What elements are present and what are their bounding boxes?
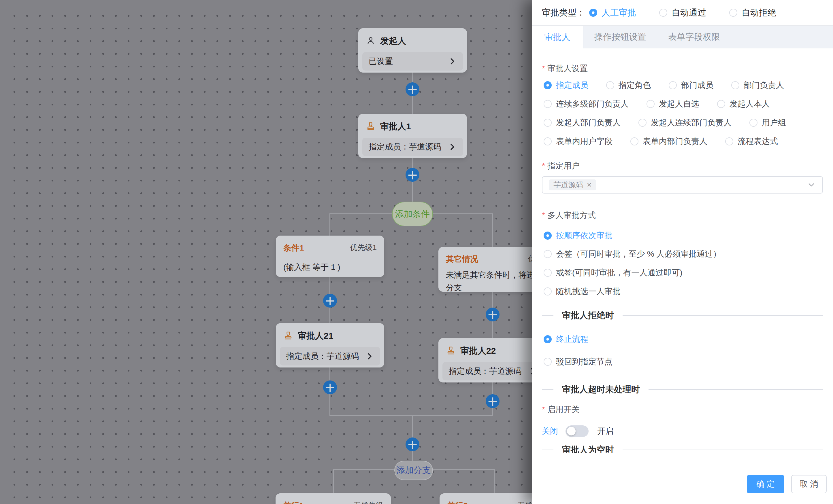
enable-toggle[interactable] [566,425,589,437]
approver-setting-row: 发起人部门负责人 发起人连续部门负责人 用户组 [542,117,823,128]
radio-icon [638,119,646,127]
radio-icon [544,100,552,108]
connector-line [492,214,493,247]
radio-assign-role[interactable]: 指定角色 [606,80,651,91]
radio-dept-member[interactable]: 部门成员 [669,80,713,91]
node-content: 指定成员：芋道源码 [286,351,359,362]
radio-orsign[interactable]: 或签(可同时审批，有一人通过即可) [544,267,683,278]
node-content-row[interactable]: 指定成员：芋道源码 [280,347,380,366]
radio-terminate-process[interactable]: 终止流程 [544,334,588,345]
confirm-button[interactable]: 确 定 [747,475,784,493]
radio-initiator-dept-leader[interactable]: 发起人部门负责人 [544,117,621,128]
tab-action-buttons[interactable]: 操作按钮设置 [584,26,657,48]
add-node-button[interactable]: + [406,437,420,451]
multi-approve-row: 或签(可同时审批，有一人通过即可) [542,267,823,278]
add-node-button[interactable]: + [323,294,337,308]
node-start[interactable]: 发起人 已设置 [358,28,467,73]
add-condition-button[interactable]: 添加条件 [392,202,433,226]
connector-line [330,214,330,235]
radio-icon [630,137,638,146]
radio-icon [669,81,677,89]
tab-approver[interactable]: 审批人 [532,26,583,48]
radio-icon [606,81,614,89]
stamp-icon [446,346,456,356]
stamp-icon [283,331,293,342]
tag-close-icon[interactable]: × [587,181,592,189]
radio-random-one[interactable]: 随机挑选一人审批 [544,286,621,297]
radio-initiator-multi-dept-leader[interactable]: 发起人连续部门负责人 [638,117,732,128]
radio-user-group[interactable]: 用户组 [749,117,786,128]
add-node-button[interactable]: + [323,380,337,394]
tab-form-permissions[interactable]: 表单字段权限 [657,26,731,48]
node-content-row[interactable]: 已设置 [362,52,463,71]
divider-line [623,315,823,316]
multi-approve-row: 会签（可同时审批，至少 % 人必须审批通过） [542,248,823,260]
radio-auto-reject[interactable]: 自动拒绝 [729,7,776,19]
add-node-button[interactable]: + [406,82,420,96]
node-content-row[interactable]: 指定成员：芋道源码 [362,138,463,156]
required-asterisk: * [542,161,545,171]
radio-icon [659,9,667,17]
add-node-button[interactable]: + [486,308,500,321]
node-content: 已设置 [368,56,393,67]
radio-return-to-node[interactable]: 驳回到指定节点 [544,356,613,367]
connector-line [330,308,330,323]
radio-initiator-self[interactable]: 发起人本人 [717,99,770,109]
switch-off-label: 关闭 [542,426,558,436]
multi-approve-row: 按顺序依次审批 [542,230,823,241]
multi-approve-label: * 多人审批方式 [542,210,823,221]
section-title: 审批人拒绝时 [562,310,614,321]
connector-line [412,415,413,437]
node-parallel1[interactable]: 并行1 无优先级 [276,493,391,504]
radio-process-expression[interactable]: 流程表达式 [725,136,778,147]
node-title: 发起人 [380,35,406,47]
radio-icon [544,287,552,296]
reject-section-divider: 审批人拒绝时 [542,310,823,321]
connector-line [412,451,413,461]
add-branch-button[interactable]: 添加分支 [394,461,433,480]
add-node-button[interactable]: + [486,394,500,408]
radio-icon [544,137,552,146]
connector-line [412,96,413,114]
radio-auto-approve[interactable]: 自动通过 [659,7,706,19]
radio-assign-member[interactable]: 指定成员 [544,80,588,91]
connector-line [412,73,413,82]
node-title: 审批人21 [298,330,333,342]
multi-approve-row: 随机挑选一人审批 [542,286,823,297]
radio-icon [717,100,725,108]
required-asterisk: * [542,211,545,220]
drawer-body[interactable]: * 审批人设置 指定成员 指定角色 部门成员 部门负责人 连续多级部门负责人 发… [532,48,833,453]
radio-icon [544,358,552,366]
connector-line [330,368,330,380]
radio-form-user-field[interactable]: 表单内用户字段 [544,136,613,147]
approver-setting-row: 指定成员 指定角色 部门成员 部门负责人 [542,79,823,91]
assign-user-select[interactable]: 芋道源码 × [542,176,823,194]
condition-title: 其它情况 [446,254,478,265]
radio-icon [589,9,597,17]
divider-line [542,450,553,450]
radio-sequential-approve[interactable]: 按顺序依次审批 [544,230,613,241]
cancel-button[interactable]: 取 消 [791,475,827,493]
radio-icon [749,119,758,127]
approval-type-row: 审批类型： 人工审批 自动通过 自动拒绝 [542,0,827,25]
radio-manual-approve[interactable]: 人工审批 [589,7,636,19]
chevron-right-icon [448,57,457,66]
divider-line [542,389,553,390]
radio-icon [544,81,552,89]
node-approver21[interactable]: 审批人21 指定成员：芋道源码 [276,323,384,368]
connector-line [494,470,495,493]
radio-dept-leader[interactable]: 部门负责人 [731,80,784,91]
radio-initiator-choose[interactable]: 发起人自选 [646,99,699,109]
node-title: 审批人1 [380,121,411,132]
radio-form-dept-leader[interactable]: 表单内部门负责人 [630,136,707,147]
radio-icon [544,231,552,240]
add-node-button[interactable]: + [406,168,420,182]
reject-option-row: 驳回到指定节点 [542,356,823,368]
node-content-row[interactable]: 指定成员：芋道源码 [443,362,543,380]
radio-multi-level-dept-leader[interactable]: 连续多级部门负责人 [544,99,629,109]
settings-tabbar: 审批人 操作按钮设置 表单字段权限 [532,25,833,48]
node-condition1[interactable]: 条件1 优先级1 (输入框 等于 1 ) [276,235,384,277]
node-approver1[interactable]: 审批人1 指定成员：芋道源码 [358,114,467,158]
node-approver22[interactable]: 审批人22 指定成员：芋道源码 [438,338,547,382]
radio-countersign[interactable]: 会签（可同时审批，至少 % 人必须审批通过） [544,249,721,259]
